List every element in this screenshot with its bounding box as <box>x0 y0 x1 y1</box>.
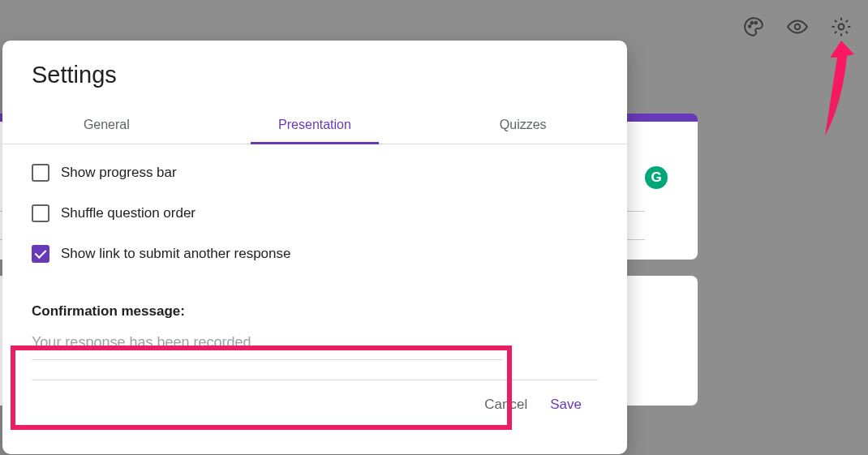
dialog-actions: Cancel Save <box>2 380 627 413</box>
svg-point-4 <box>839 24 844 30</box>
palette-icon[interactable] <box>743 16 764 37</box>
tab-bar: General Presentation Quizzes <box>2 106 627 144</box>
settings-dialog: Settings General Presentation Quizzes Sh… <box>2 41 627 454</box>
option-label: Shuffle question order <box>61 205 196 221</box>
option-label: Show progress bar <box>61 165 177 181</box>
tab-quizzes[interactable]: Quizzes <box>419 106 627 144</box>
submit-another-checkbox[interactable] <box>32 245 49 263</box>
svg-point-1 <box>751 22 754 24</box>
eye-icon[interactable] <box>787 16 808 37</box>
svg-point-2 <box>754 22 757 24</box>
dialog-title: Settings <box>2 62 627 106</box>
top-toolbar <box>743 16 852 37</box>
options-panel: Show progress bar Shuffle question order… <box>2 144 627 292</box>
option-row: Show progress bar <box>32 164 598 182</box>
option-row: Shuffle question order <box>32 204 598 222</box>
tab-presentation[interactable]: Presentation <box>211 106 419 144</box>
svg-point-0 <box>749 25 751 28</box>
confirmation-section: Confirmation message: <box>2 292 627 360</box>
grammarly-badge[interactable]: G <box>645 166 668 189</box>
cancel-button[interactable]: Cancel <box>484 397 527 413</box>
gear-icon[interactable] <box>831 16 852 37</box>
svg-point-3 <box>795 24 801 30</box>
confirmation-label: Confirmation message: <box>32 303 598 320</box>
option-label: Show link to submit another response <box>61 246 291 262</box>
option-row: Show link to submit another response <box>32 245 598 263</box>
annotation-arrow <box>807 36 864 142</box>
tab-general[interactable]: General <box>2 106 211 144</box>
save-button[interactable]: Save <box>550 397 582 413</box>
progress-bar-checkbox[interactable] <box>32 164 49 182</box>
confirmation-input[interactable] <box>32 333 502 360</box>
shuffle-checkbox[interactable] <box>32 204 49 222</box>
